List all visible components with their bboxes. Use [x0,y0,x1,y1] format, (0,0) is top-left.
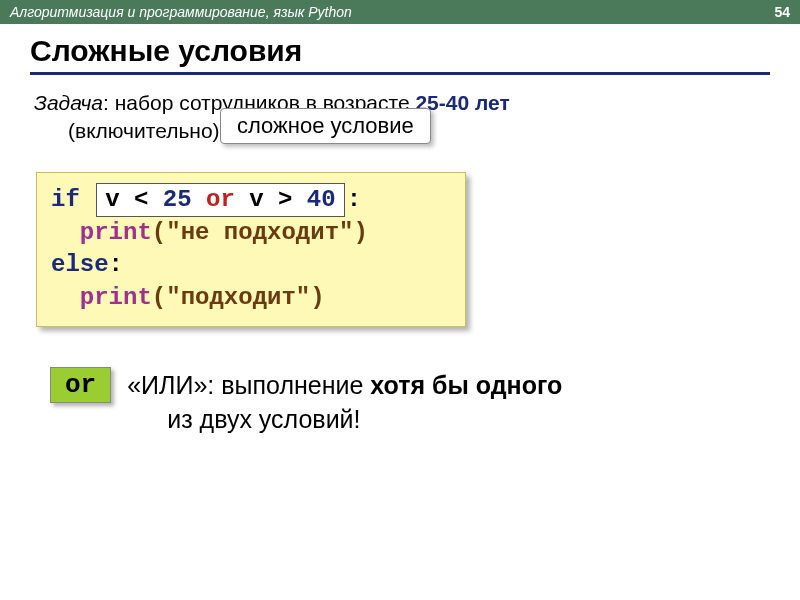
slide-content: Сложные условия Задача: набор сотруднико… [0,24,800,437]
cond-n1: 25 [163,186,192,213]
print-1-arg: ("не подходит") [152,219,368,246]
or-text: «ИЛИ»: выполнение хотя бы одного из двух… [127,367,562,437]
code-line-1: if v < 25 or v > 40: [51,183,451,217]
header-bar: Алгоритмизация и программирование, язык … [0,0,800,24]
task-text-2: (включительно). [68,117,225,145]
keyword-if: if [51,186,80,213]
cond-or: or [192,186,250,213]
or-bold: хотя бы одного [370,371,562,399]
cond-v1: v < [105,186,163,213]
or-pre: «ИЛИ»: выполнение [127,371,370,399]
code-line-3: else: [51,249,451,281]
or-explanation: or «ИЛИ»: выполнение хотя бы одного из д… [50,367,770,437]
colon-2: : [109,251,123,278]
code-line-4: print("подходит") [51,282,451,314]
complex-condition-badge: сложное условие [220,108,431,144]
print-2: print [80,284,152,311]
print-2-arg: ("подходит") [152,284,325,311]
cond-v2: v > [249,186,307,213]
page-number: 54 [774,0,790,24]
course-title: Алгоритмизация и программирование, язык … [10,0,352,24]
print-1: print [80,219,152,246]
or-line-2: из двух условий! [167,403,562,437]
code-line-2: print("не подходит") [51,217,451,249]
keyword-else: else [51,251,109,278]
or-badge: or [50,367,111,403]
code-block: if v < 25 or v > 40: print("не подходит"… [36,172,466,328]
condition-box: v < 25 or v > 40 [96,183,344,217]
cond-n2: 40 [307,186,336,213]
colon-1: : [347,186,361,213]
slide-title: Сложные условия [30,34,770,75]
task-label: Задача [34,91,103,114]
